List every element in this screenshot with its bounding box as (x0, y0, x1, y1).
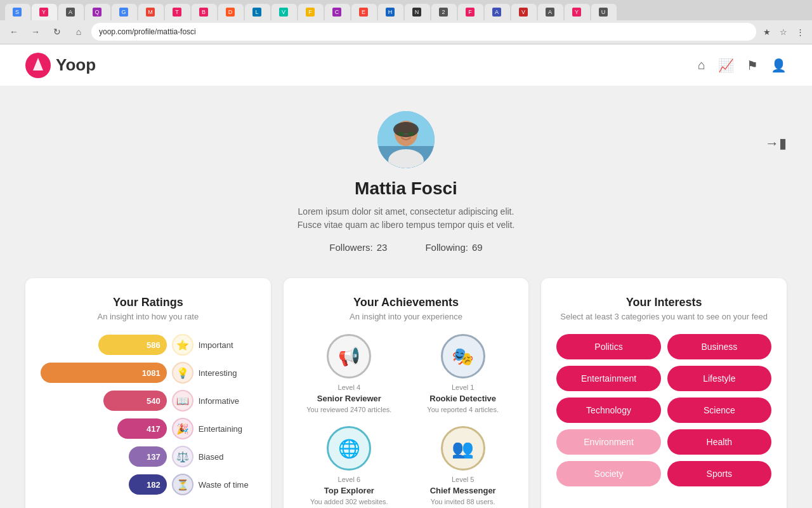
toolbar-icons: ★ ☆ ⋮ (760, 25, 807, 39)
achievement-name: Senior Reviewer (299, 394, 400, 403)
settings-icon[interactable]: ⋮ (793, 25, 807, 39)
browser-tab-4[interactable]: G (112, 4, 137, 20)
rating-bar-container: 540 (41, 391, 167, 411)
back-button[interactable]: ← (5, 23, 23, 41)
extension-icon[interactable]: ★ (760, 25, 774, 39)
rating-row-3: 417 🎉 Entertaining (41, 418, 256, 439)
achievement-badge: 🎭 (441, 334, 485, 378)
interests-grid: PoliticsBusinessEntertainmentLifestyleTe… (556, 334, 771, 486)
user-nav-icon[interactable]: 👤 (771, 58, 787, 73)
browser-tab-19[interactable]: V (511, 4, 537, 20)
rating-bar-container: 417 (41, 418, 167, 439)
following-stat: Following: 69 (425, 242, 482, 253)
interest-btn-environment[interactable]: Environment (556, 429, 660, 455)
cards-row: Your Ratings An insight into how you rat… (25, 278, 787, 508)
rating-row-0: 586 ⭐ Important (41, 334, 256, 356)
browser-tab-3[interactable]: Q (85, 4, 110, 20)
avatar-container (377, 111, 435, 168)
achievement-badge: 📢 (327, 334, 371, 378)
rating-count: 182 (147, 480, 160, 490)
home-nav-icon[interactable]: ⌂ (698, 58, 705, 72)
browser-tab-8[interactable]: D (218, 4, 244, 20)
ratings-subtitle: An insight into how you rate (41, 312, 256, 321)
interest-btn-entertainment[interactable]: Entertainment (556, 366, 660, 391)
rating-count: 586 (147, 340, 160, 350)
rating-bar: 182 (129, 474, 167, 495)
interest-btn-business[interactable]: Business (667, 334, 771, 359)
browser-tab-6[interactable]: T (165, 4, 190, 20)
achievement-item-0: 📢 Level 4 Senior Reviewer You reviewed 2… (299, 334, 400, 413)
browser-tab-13[interactable]: E (351, 4, 377, 20)
rating-label: Biased (199, 452, 256, 462)
browser-tab-15[interactable]: N (405, 4, 430, 20)
rating-bar: 417 (117, 418, 166, 439)
rating-label: Waste of time (199, 480, 256, 490)
browser-tab-22[interactable]: U (591, 4, 617, 20)
browser-tab-14[interactable]: H (378, 4, 403, 20)
avatar-image (377, 111, 435, 168)
bio-line1: Lorem ipsum dolor sit amet, consectetur … (298, 206, 514, 217)
achievements-subtitle: An insight into your experience (299, 312, 514, 321)
rating-count: 540 (147, 396, 160, 406)
browser-tab-9[interactable]: L (245, 4, 270, 20)
address-bar[interactable] (91, 23, 756, 41)
achievement-item-3: 👥 Level 5 Chief Messenger You invited 88… (412, 426, 513, 505)
rating-bar: 540 (103, 391, 166, 411)
achievement-name: Rookie Detective (412, 394, 513, 403)
browser-tab-7[interactable]: B (192, 4, 217, 20)
achievement-desc: You invited 88 users. (412, 498, 513, 505)
rating-bar-container: 586 (41, 335, 167, 355)
rating-icon: 💡 (172, 362, 193, 384)
following-count: 69 (472, 242, 483, 253)
rating-icon: ⭐ (172, 334, 193, 356)
header-nav: ⌂ 📈 ⚑ 👤 (698, 58, 787, 73)
followers-count: 23 (377, 242, 388, 253)
rating-label: Informative (199, 396, 256, 406)
reload-button[interactable]: ↻ (48, 23, 66, 41)
browser-tab-12[interactable]: C (325, 4, 350, 20)
bookmark-icon[interactable]: ☆ (776, 25, 790, 39)
interest-btn-politics[interactable]: Politics (556, 334, 660, 359)
browser-tab-0[interactable]: S (5, 4, 30, 20)
browser-tab-11[interactable]: F (298, 4, 324, 20)
rating-label: Important (199, 340, 256, 350)
logo-icon (25, 53, 51, 78)
browser-tab-16[interactable]: 2 (431, 4, 457, 20)
achievement-name: Top Explorer (299, 486, 400, 495)
browser-tab-1[interactable]: Y (32, 4, 57, 20)
browser-tab-20[interactable]: A (538, 4, 563, 20)
interest-btn-sports[interactable]: Sports (667, 461, 771, 486)
interest-btn-lifestyle[interactable]: Lifestyle (667, 366, 771, 391)
browser-tab-5[interactable]: M (138, 4, 164, 20)
svg-point-6 (393, 122, 419, 137)
logout-icon[interactable]: →▮ (765, 135, 787, 152)
rating-row-2: 540 📖 Informative (41, 390, 256, 411)
ratings-title: Your Ratings (41, 296, 256, 309)
interest-btn-technology[interactable]: Technology (556, 398, 660, 423)
rating-bar: 586 (98, 335, 166, 355)
achievement-badge: 👥 (441, 426, 485, 471)
bookmark-nav-icon[interactable]: ⚑ (747, 58, 758, 73)
ratings-list: 586 ⭐ Important 1081 💡 Interesting 540 📖… (41, 334, 256, 495)
home-button[interactable]: ⌂ (70, 23, 88, 41)
interest-btn-science[interactable]: Science (667, 398, 771, 423)
rating-count: 1081 (142, 368, 160, 378)
avatar (377, 111, 435, 168)
achievement-level: Level 1 (412, 384, 513, 391)
browser-chrome: SYAQGMTBDLVFCEHN2FAVAYU ← → ↻ ⌂ ★ ☆ ⋮ (0, 0, 812, 44)
browser-tab-21[interactable]: Y (565, 4, 590, 20)
trending-nav-icon[interactable]: 📈 (718, 58, 734, 73)
rating-count: 137 (147, 452, 160, 462)
interest-btn-society[interactable]: Society (556, 461, 660, 486)
achievement-desc: You added 302 websites. (299, 498, 400, 505)
browser-tab-2[interactable]: A (58, 4, 84, 20)
svg-rect-7 (398, 132, 404, 136)
rating-icon: 🎉 (172, 418, 193, 439)
forward-button[interactable]: → (27, 23, 44, 41)
browser-tab-17[interactable]: F (458, 4, 483, 20)
profile-name: Mattia Fosci (25, 178, 787, 199)
browser-tab-10[interactable]: V (272, 4, 297, 20)
interest-btn-health[interactable]: Health (667, 429, 771, 455)
profile-section: Mattia Fosci Lorem ipsum dolor sit amet,… (25, 98, 787, 272)
browser-tab-18[interactable]: A (485, 4, 510, 20)
